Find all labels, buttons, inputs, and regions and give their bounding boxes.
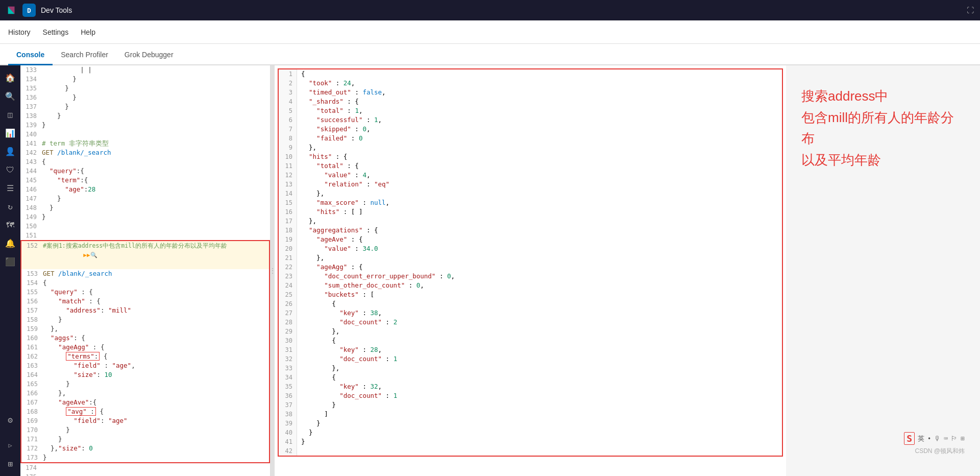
app-title: Dev Tools — [41, 6, 72, 14]
resp-line-32: 32 "doc_count" : 1 — [279, 354, 782, 364]
tab-search-profiler[interactable]: Search Profiler — [53, 45, 116, 65]
nav-settings[interactable]: Settings — [43, 26, 69, 38]
line-135: 135 } — [20, 84, 270, 93]
sidebar-grid-icon[interactable]: ⊞ — [2, 456, 18, 472]
line-153: 153 GET /blank/_search — [20, 269, 270, 278]
line-144: 144 "query":{ — [20, 166, 270, 176]
line-168: 168 "avg" : { — [20, 407, 270, 416]
csdn-watermark: CSDN @顿风和炜 — [915, 447, 965, 456]
sidebar-arrow-icon[interactable]: ▷ — [2, 437, 18, 454]
resp-line-24: 24 "sum_other_doc_count" : 0, — [279, 281, 782, 290]
line-164: 164 "size": 10 — [20, 370, 270, 379]
line-140: 140 — [20, 130, 270, 139]
resp-line-38: 38 ] — [279, 410, 782, 419]
app-icon: D — [22, 4, 36, 17]
resp-line-36: 36 "doc_count" : 1 — [279, 391, 782, 400]
resp-line-37: 37 } — [279, 400, 782, 410]
line-172: 172 },"size": 0 — [20, 444, 270, 453]
keyboard-icon: ⌨ — [944, 435, 948, 442]
sidebar-refresh-icon[interactable]: ↻ — [2, 198, 18, 215]
line-160: 160 "aggs": { — [20, 334, 270, 343]
resp-line-41: 41 } — [279, 437, 782, 446]
line-139: 139 } — [20, 121, 270, 130]
line-171: 171 } — [20, 435, 270, 444]
resp-line-28: 28 "doc_count" : 2 — [279, 318, 782, 327]
tabs-bar: Console Search Profiler Grok Debugger — [0, 44, 980, 65]
line-151: 151 — [20, 231, 270, 240]
resp-line-23: 23 "doc_count_error_upper_bound" : 0, — [279, 272, 782, 281]
response-area[interactable]: 1 { 2 "took" : 24, 3 "timed_out" : false… — [275, 65, 786, 476]
line-157: 157 "address": "mill" — [20, 306, 270, 315]
nav-history[interactable]: History — [8, 26, 31, 38]
line-134: 134 } — [20, 75, 270, 84]
sidebar: 🏠 🔍 ◫ 📊 👤 🛡 ☰ ↻ 🗺 🔔 ⬛ ⚙ ▷ ⊞ — [0, 65, 20, 476]
line-159: 159 }, — [20, 324, 270, 334]
line-154: 154 { — [20, 278, 270, 288]
tab-grok-debugger[interactable]: Grok Debugger — [116, 45, 182, 65]
line-162: 162 "terms": { — [20, 352, 270, 361]
line-167: 167 "ageAve":{ — [20, 398, 270, 407]
resp-line-13: 13 "relation" : "eq" — [279, 180, 782, 189]
sidebar-shield-icon[interactable]: 🛡 — [2, 161, 18, 178]
line-137: 137 } — [20, 102, 270, 111]
line-165: 165 } — [20, 379, 270, 389]
line-138: 138 } — [20, 111, 270, 121]
sidebar-chart-icon[interactable]: 📊 — [2, 125, 18, 141]
code-editor[interactable]: 133 | | 134 } 135 } 136 } 137 } — [20, 65, 270, 476]
sidebar-home-icon[interactable]: 🏠 — [2, 69, 18, 86]
tab-console[interactable]: Console — [8, 45, 53, 65]
line-136: 136 } — [20, 93, 270, 102]
line-175: 175 — [20, 472, 270, 476]
resp-line-26: 26 { — [279, 299, 782, 308]
mic-icon: 🎙 — [934, 435, 941, 442]
sidebar-user-icon[interactable]: 👤 — [2, 143, 18, 159]
resp-line-22: 22 "ageAgg" : { — [279, 263, 782, 272]
resp-line-18: 18 "aggregations" : { — [279, 226, 782, 235]
nav-help[interactable]: Help — [81, 26, 95, 38]
sidebar-stack-icon[interactable]: ⬛ — [2, 253, 18, 270]
line-155: 155 "query" : { — [20, 288, 270, 297]
line-147: 147 } — [20, 194, 270, 203]
sidebar-search-icon[interactable]: 🔍 — [2, 88, 18, 104]
line-174: 174 — [20, 463, 270, 472]
resp-line-21: 21 }, — [279, 253, 782, 263]
resp-line-7: 7 "skipped" : 0, — [279, 125, 782, 134]
sidebar-list-icon[interactable]: ☰ — [2, 180, 18, 196]
sidebar-map-icon[interactable]: 🗺 — [2, 217, 18, 233]
line-150: 150 — [20, 222, 270, 231]
fullscreen-icon[interactable]: ⛶ — [967, 6, 974, 14]
resp-line-10: 10 "hits" : { — [279, 152, 782, 161]
top-bar: D Dev Tools ⛶ — [0, 0, 980, 20]
sidebar-layers-icon[interactable]: ◫ — [2, 106, 18, 123]
resp-line-34: 34 { — [279, 373, 782, 382]
sidebar-gear-icon[interactable]: ⚙ — [2, 412, 18, 428]
line-166: 166 }, — [20, 389, 270, 398]
resp-line-27: 27 "key" : 38, — [279, 308, 782, 318]
resp-line-17: 17 }, — [279, 217, 782, 226]
annotation-footer: S 英 • 🎙 ⌨ 🏳 ⊞ — [904, 432, 965, 445]
resp-line-14: 14 }, — [279, 189, 782, 198]
line-169: 169 "field": "age" — [20, 416, 270, 425]
resp-line-1: 1 { — [279, 69, 782, 79]
annotation-text: 搜索address中 包含mill的所有人的年龄分布 以及平均年龄 — [801, 86, 965, 171]
top-bar-right: ⛶ — [967, 6, 974, 14]
lang-icon: 英 — [918, 434, 924, 443]
line-148: 148 } — [20, 203, 270, 212]
line-142: 142 GET /blank/_search — [20, 148, 270, 157]
sidebar-bell-icon[interactable]: 🔔 — [2, 235, 18, 251]
line-173: 173 } — [20, 453, 270, 463]
nav-bar: History Settings Help — [0, 20, 980, 44]
resp-line-29: 29 }, — [279, 327, 782, 336]
line-143: 143 { — [20, 157, 270, 166]
line-141: 141 # term 非字符串类型 — [20, 139, 270, 148]
line-133: 133 | | — [20, 65, 270, 75]
flag-icon: 🏳 — [951, 435, 958, 442]
kibana-logo — [6, 5, 17, 16]
panel-divider[interactable] — [271, 65, 275, 476]
grid2-icon: ⊞ — [961, 435, 965, 442]
resp-line-5: 5 "total" : 1, — [279, 106, 782, 115]
editor-area: 133 | | 134 } 135 } 136 } 137 } — [20, 65, 271, 476]
resp-line-3: 3 "timed_out" : false, — [279, 88, 782, 97]
line-158: 158 } — [20, 315, 270, 324]
resp-line-6: 6 "successful" : 1, — [279, 115, 782, 125]
